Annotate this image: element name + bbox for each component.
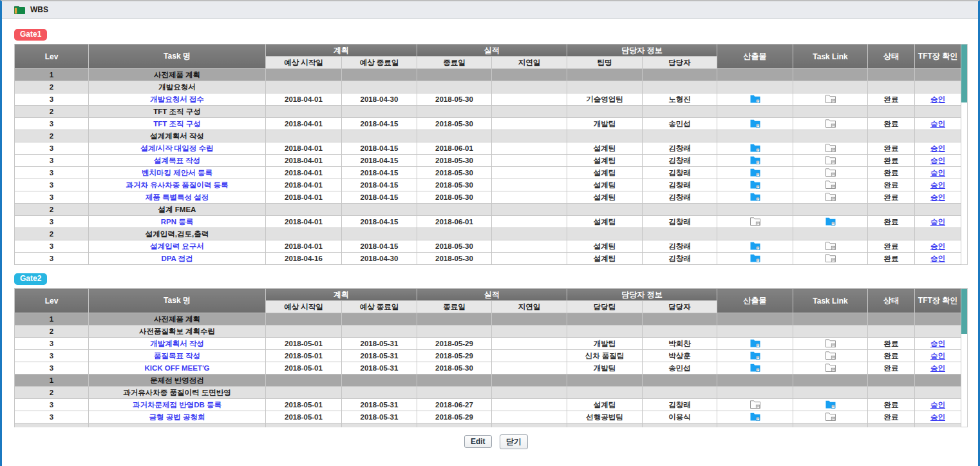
tft-approve-link[interactable]: 승인 xyxy=(930,242,945,250)
gate2-vertical-scrollbar[interactable] xyxy=(961,288,968,427)
task-link-folder-icon[interactable] xyxy=(825,364,836,372)
output-folder-icon[interactable] xyxy=(750,95,760,103)
output-folder-icon[interactable] xyxy=(750,193,760,201)
task-name-link[interactable]: 설계입력 요구서 xyxy=(150,242,204,250)
task-name-link[interactable]: 개발계획서 작성 xyxy=(150,340,204,347)
task-name-link[interactable]: 과거차 유사차종 품질이력 등록 xyxy=(126,181,228,189)
tft-approve-link[interactable]: 승인 xyxy=(930,255,945,262)
status-cell xyxy=(868,204,915,216)
output-folder-icon[interactable] xyxy=(750,413,760,421)
col-header-tft: TFT장 확인 xyxy=(915,289,961,313)
output-folder-icon[interactable] xyxy=(750,242,760,250)
output-folder-icon[interactable] xyxy=(750,119,760,128)
output-folder-icon[interactable] xyxy=(750,351,760,360)
task-name-link[interactable]: 벤치마킹 제안서 등록 xyxy=(142,169,212,177)
team-cell xyxy=(567,387,643,399)
delay-cell xyxy=(492,118,567,130)
task-cell: 개발계획서 작성 xyxy=(89,338,266,350)
tft-cell: 승인 xyxy=(915,350,961,362)
tft-approve-link[interactable]: 승인 xyxy=(930,352,945,360)
task-link-folder-icon[interactable] xyxy=(825,254,836,262)
output-folder-icon[interactable] xyxy=(750,168,760,177)
tft-approve-link[interactable]: 승인 xyxy=(930,413,945,421)
task-cell: 과거차문제점 반영DB 등록 xyxy=(89,399,266,411)
actual-end-cell: 2018-05-30 xyxy=(417,362,492,374)
task-name-link[interactable]: 개발요청서 접수 xyxy=(150,95,204,103)
output-folder-icon[interactable] xyxy=(750,364,760,372)
tft-approve-link[interactable]: 승인 xyxy=(930,340,945,347)
task-name-link[interactable]: 품질목표 작성 xyxy=(154,352,200,360)
tft-approve-link[interactable]: 승인 xyxy=(930,193,945,201)
tft-approve-link[interactable]: 승인 xyxy=(930,157,945,164)
task-name-link[interactable]: TFT 조직 구성 xyxy=(153,120,200,128)
task-link-folder-icon[interactable] xyxy=(825,119,836,128)
output-cell xyxy=(717,179,793,191)
task-link-folder-icon[interactable] xyxy=(825,339,836,347)
task-link-cell xyxy=(793,228,868,240)
team-cell: 설계팀 xyxy=(567,155,643,167)
task-name-link[interactable]: 금형 공법 공청회 xyxy=(149,413,205,421)
tft-approve-link[interactable]: 승인 xyxy=(930,218,945,226)
tft-approve-link[interactable]: 승인 xyxy=(930,364,945,372)
delay-cell xyxy=(492,69,567,81)
output-cell xyxy=(717,338,793,350)
plan-end-cell xyxy=(342,387,417,399)
tft-approve-link[interactable]: 승인 xyxy=(930,401,945,409)
task-link-cell xyxy=(793,118,868,130)
task-link-cell xyxy=(793,204,868,216)
status-cell xyxy=(868,130,915,142)
task-name-link[interactable]: KICK OFF MEET'G xyxy=(144,364,209,372)
task-name-link[interactable]: 설계/시작 대일정 수립 xyxy=(140,144,213,152)
task-link-folder-icon[interactable] xyxy=(825,413,836,421)
task-link-folder-icon[interactable] xyxy=(825,400,836,409)
task-link-folder-icon[interactable] xyxy=(825,144,836,152)
gate1-vertical-scrollbar[interactable] xyxy=(961,44,968,265)
output-folder-icon[interactable] xyxy=(750,400,760,409)
tft-cell: 승인 xyxy=(915,155,961,167)
plan-start-cell: 2018-05-01 xyxy=(266,338,342,350)
output-cell xyxy=(717,118,793,130)
scrollbar-thumb[interactable] xyxy=(961,44,967,102)
task-link-folder-icon[interactable] xyxy=(825,95,836,103)
output-folder-icon[interactable] xyxy=(750,144,760,152)
task-name-link[interactable]: 과거차문제점 반영DB 등록 xyxy=(133,401,221,409)
task-link-folder-icon[interactable] xyxy=(825,217,836,226)
task-link-folder-icon[interactable] xyxy=(825,193,836,201)
col-header-actual-end: 종료일 xyxy=(417,57,492,69)
task-name-link[interactable]: RPN 등록 xyxy=(161,218,193,226)
tft-approve-link[interactable]: 승인 xyxy=(930,181,945,189)
task-group-cell: 사전제품 계획 xyxy=(89,313,266,325)
task-link-folder-icon[interactable] xyxy=(825,168,836,177)
output-folder-icon[interactable] xyxy=(750,254,760,262)
delay-cell xyxy=(492,338,567,350)
status-cell: 완료 xyxy=(868,350,915,362)
output-folder-icon[interactable] xyxy=(750,217,760,226)
task-link-folder-icon[interactable] xyxy=(825,242,836,250)
tft-approve-link[interactable]: 승인 xyxy=(930,169,945,177)
task-link-folder-icon[interactable] xyxy=(825,351,836,360)
output-folder-icon[interactable] xyxy=(750,180,760,189)
task-name-link[interactable]: 설계목표 작성 xyxy=(154,157,200,164)
task-link-folder-icon[interactable] xyxy=(825,156,836,164)
plan-end-cell xyxy=(342,204,417,216)
tft-approve-link[interactable]: 승인 xyxy=(930,144,945,152)
plan-start-cell: 2018-04-01 xyxy=(266,93,342,106)
col-header-task-link: Task Link xyxy=(793,289,868,313)
output-cell xyxy=(717,155,793,167)
scrollbar-thumb[interactable] xyxy=(961,289,967,334)
plan-start-cell: 2018-04-01 xyxy=(266,155,342,167)
task-name-link[interactable]: DPA 점검 xyxy=(161,255,193,262)
output-folder-icon[interactable] xyxy=(750,156,760,164)
output-folder-icon[interactable] xyxy=(750,339,760,347)
tft-approve-link[interactable]: 승인 xyxy=(930,95,945,103)
close-button[interactable]: 닫기 xyxy=(500,434,528,449)
task-link-folder-icon[interactable] xyxy=(825,180,836,189)
tft-approve-link[interactable]: 승인 xyxy=(930,120,945,128)
output-cell xyxy=(717,240,793,253)
edit-button[interactable]: Edit xyxy=(464,435,492,448)
task-name-link[interactable]: 제품 특별특성 설정 xyxy=(146,193,209,201)
content-area: Gate1 LevTask 명계획실적담당자 정보산출물Task Link상태T… xyxy=(2,19,978,449)
person-cell: 김창래 xyxy=(643,253,717,265)
empty-cell xyxy=(643,423,717,427)
tft-cell xyxy=(915,81,961,93)
